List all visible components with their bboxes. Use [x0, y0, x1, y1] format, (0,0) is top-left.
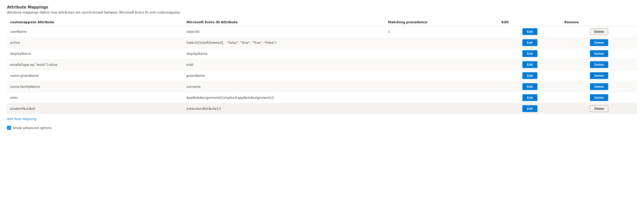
table-row: name.givenNamegivenNameEditDelete	[7, 70, 637, 81]
cell-matching	[385, 92, 498, 103]
cell-remove: Delete	[561, 26, 637, 37]
cell-edit: Edit	[498, 70, 561, 81]
header-entra: Microsoft Entra ID Attribute	[183, 18, 385, 26]
cell-entra: surname	[183, 81, 385, 92]
cell-matching	[385, 48, 498, 59]
delete-button[interactable]: Delete	[590, 28, 608, 35]
attribute-mapping-table: customappsso Attribute Microsoft Entra I…	[7, 18, 637, 114]
edit-button[interactable]: Edit	[522, 105, 537, 112]
checkmark-icon	[8, 126, 10, 129]
cell-entra: displayName	[183, 48, 385, 59]
table-row: activeSwitch([IsSoftDeleted], , "False",…	[7, 37, 637, 48]
cell-remove: Delete	[561, 103, 637, 114]
header-edit: Edit	[498, 18, 561, 26]
delete-button[interactable]: Delete	[590, 39, 608, 46]
cell-remove: Delete	[561, 59, 637, 70]
cell-customappsso: name.familyName	[7, 81, 183, 92]
cell-entra: mail	[183, 59, 385, 70]
edit-button[interactable]: Edit	[522, 61, 537, 68]
table-row: emails[type eq "work"].valuemailEditDele…	[7, 59, 637, 70]
table-row: studentNumberextensionAttribute13EditDel…	[7, 103, 637, 114]
cell-matching: 1	[385, 26, 498, 37]
cell-remove: Delete	[561, 81, 637, 92]
delete-button[interactable]: Delete	[590, 105, 608, 112]
advanced-options-row: Show advanced options	[7, 126, 637, 130]
edit-button[interactable]: Edit	[522, 72, 537, 79]
cell-remove: Delete	[561, 37, 637, 48]
table-row: displayNamedisplayNameEditDelete	[7, 48, 637, 59]
cell-edit: Edit	[498, 103, 561, 114]
delete-button[interactable]: Delete	[590, 61, 608, 68]
cell-entra: objectId	[183, 26, 385, 37]
delete-button[interactable]: Delete	[590, 94, 608, 101]
show-advanced-options-checkbox[interactable]: Show advanced options	[7, 126, 52, 130]
cell-matching	[385, 70, 498, 81]
table-row: rolesAppRoleAssignmentsComplex([appRoleA…	[7, 92, 637, 103]
cell-matching	[385, 103, 498, 114]
cell-matching	[385, 59, 498, 70]
cell-customappsso: studentNumber	[7, 103, 183, 114]
edit-button[interactable]: Edit	[522, 39, 537, 46]
cell-entra: extensionAttribute13	[183, 103, 385, 114]
cell-edit: Edit	[498, 37, 561, 48]
cell-customappsso: displayName	[7, 48, 183, 59]
delete-button[interactable]: Delete	[590, 50, 608, 57]
cell-edit: Edit	[498, 48, 561, 59]
cell-remove: Delete	[561, 48, 637, 59]
page-description: Attribute mappings define how attributes…	[7, 10, 637, 14]
cell-remove: Delete	[561, 92, 637, 103]
cell-entra: givenName	[183, 70, 385, 81]
cell-customappsso: active	[7, 37, 183, 48]
cell-edit: Edit	[498, 59, 561, 70]
advanced-options-label: Show advanced options	[13, 126, 52, 130]
cell-customappsso: name.givenName	[7, 70, 183, 81]
cell-customappsso: roles	[7, 92, 183, 103]
cell-entra: AppRoleAssignmentsComplex([appRoleAssign…	[183, 92, 385, 103]
page-title: Attribute Mappings	[7, 5, 637, 10]
cell-remove: Delete	[561, 70, 637, 81]
cell-entra: Switch([IsSoftDeleted], , "False", "True…	[183, 37, 385, 48]
table-row: name.familyNamesurnameEditDelete	[7, 81, 637, 92]
cell-edit: Edit	[498, 26, 561, 37]
cell-customappsso: userName	[7, 26, 183, 37]
checkbox-box	[7, 126, 11, 130]
table-row: userNameobjectId1EditDelete	[7, 26, 637, 37]
edit-button[interactable]: Edit	[522, 94, 537, 101]
edit-button[interactable]: Edit	[522, 83, 537, 90]
header-remove: Remove	[561, 18, 637, 26]
delete-button[interactable]: Delete	[590, 83, 608, 90]
cell-matching	[385, 37, 498, 48]
header-matching: Matching precedence	[385, 18, 498, 26]
cell-matching	[385, 81, 498, 92]
edit-button[interactable]: Edit	[522, 28, 537, 35]
cell-edit: Edit	[498, 92, 561, 103]
table-header-row: customappsso Attribute Microsoft Entra I…	[7, 18, 637, 26]
edit-button[interactable]: Edit	[522, 50, 537, 57]
add-new-mapping-link[interactable]: Add New Mapping	[7, 117, 37, 121]
header-customappsso: customappsso Attribute	[7, 18, 183, 26]
delete-button[interactable]: Delete	[590, 72, 608, 79]
cell-edit: Edit	[498, 81, 561, 92]
cell-customappsso: emails[type eq "work"].value	[7, 59, 183, 70]
